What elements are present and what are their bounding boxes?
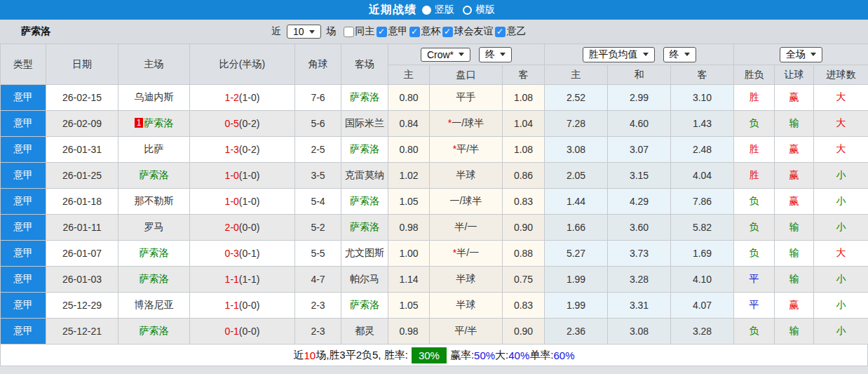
checkbox-icon[interactable] [409, 27, 420, 37]
away-odds-cell: 0.75 [503, 267, 545, 293]
red-card-badge: 1 [135, 118, 144, 128]
league-filter-option[interactable]: 意乙 [495, 25, 527, 38]
home-odds-cell: 0.98 [388, 319, 430, 345]
away-team-name[interactable]: 国际米兰 [345, 117, 384, 128]
corner-cell: 2-3 [295, 293, 341, 319]
layout-radio-option[interactable]: 竖版 [422, 4, 454, 16]
home-team-name[interactable]: 罗马 [144, 221, 164, 232]
covers-value: 输 [789, 247, 799, 258]
league-cell: 意甲 [1, 85, 46, 111]
near-label: 近 [271, 25, 281, 38]
home-team-name[interactable]: 萨索洛 [140, 325, 169, 336]
scope-select[interactable]: 全场 [780, 47, 822, 62]
date-cell: 25-12-21 [46, 319, 118, 345]
league-filter-option[interactable]: 意甲 [377, 25, 408, 38]
league-filter-option[interactable]: 同主 [344, 25, 375, 38]
handicap-value: 半球 [456, 273, 476, 284]
away-team-name[interactable]: 克雷莫纳 [345, 169, 384, 180]
layout-radio-option[interactable]: 横版 [463, 4, 495, 16]
league-cell: 意甲 [1, 267, 46, 293]
bookmaker-select[interactable]: Crow* [421, 48, 470, 62]
covers-value: 赢 [789, 169, 799, 180]
goals-cell: 小 [814, 267, 868, 293]
goals-value: 小 [836, 195, 846, 206]
away-team-name[interactable]: 萨索洛 [350, 299, 379, 310]
checkbox-icon[interactable] [442, 27, 453, 37]
goals-value: 小 [836, 299, 846, 310]
away-team-cell: 萨索洛 [341, 189, 388, 215]
result-value: 胜 [750, 91, 759, 102]
halftime-score: (1-0) [239, 170, 260, 181]
summary-segment: 60% [553, 349, 574, 361]
chevron-down-icon [309, 30, 315, 34]
away-team-name[interactable]: 尤文图斯 [345, 247, 384, 258]
avg-lose-cell: 4.07 [671, 293, 734, 319]
home-team-name[interactable]: 萨索洛 [140, 247, 169, 258]
away-team-cell: 帕尔马 [341, 267, 388, 293]
checkbox-icon[interactable] [495, 27, 506, 37]
corner-cell: 7-6 [295, 85, 341, 111]
away-team-name[interactable]: 帕尔马 [350, 273, 379, 284]
home-team-name[interactable]: 博洛尼亚 [135, 299, 174, 310]
goals-value: 大 [836, 143, 846, 154]
result-cell: 胜 [734, 137, 775, 163]
away-odds-cell: 1.08 [503, 85, 545, 111]
home-team-name[interactable]: 比萨 [144, 143, 164, 154]
away-team-name[interactable]: 萨索洛 [350, 195, 379, 206]
date-cell: 26-01-25 [46, 163, 118, 189]
odds-time-select[interactable]: 终 [663, 47, 696, 62]
covers-value: 输 [789, 273, 799, 284]
match-count-value: 10 [293, 26, 304, 37]
away-team-name[interactable]: 萨索洛 [350, 221, 379, 232]
goals-cell: 小 [814, 189, 868, 215]
home-team-cell: 乌迪内斯 [118, 85, 190, 111]
radio-icon[interactable] [422, 6, 431, 15]
date-cell: 26-01-03 [46, 267, 118, 293]
league-filter-option[interactable]: 意杯 [409, 25, 441, 38]
result-value: 平 [750, 299, 759, 310]
home-team-name[interactable]: 乌迪内斯 [135, 91, 174, 102]
away-odds-cell: 1.08 [503, 137, 545, 163]
match-count-select[interactable]: 10 [287, 25, 321, 39]
match-row: 意甲 26-01-25 萨索洛 1-0(1-0) 3-5 克雷莫纳 1.02 半… [1, 163, 868, 189]
covers-cell: 输 [775, 215, 814, 241]
scope-group-header: 全场 [734, 44, 868, 65]
match-row: 意甲 26-01-11 罗马 2-0(0-0) 5-2 萨索洛 0.98 半/一… [1, 215, 868, 241]
fulltime-score: 1-1 [225, 274, 239, 285]
avg-lose-cell: 5.82 [671, 215, 734, 241]
home-team-cell: 1萨索洛 [118, 111, 190, 137]
home-team-name[interactable]: 萨索洛 [144, 117, 173, 128]
col-header-corner: 角球 [295, 44, 341, 85]
avg-win-cell: 2.05 [545, 163, 608, 189]
bookmaker-time-select[interactable]: 终 [479, 47, 512, 62]
date-cell: 26-01-18 [46, 189, 118, 215]
league-cell: 意甲 [1, 215, 46, 241]
handicap-value: 平/半 [456, 143, 479, 154]
checkbox-icon[interactable] [377, 27, 387, 37]
sub-header-covers: 让球 [775, 65, 814, 85]
corner-cell: 2-3 [295, 319, 341, 345]
home-odds-cell: 1.14 [388, 267, 430, 293]
home-team-name[interactable]: 萨索洛 [140, 273, 169, 284]
avg-lose-cell: 3.28 [671, 319, 734, 345]
home-team-name[interactable]: 萨索洛 [140, 169, 169, 180]
avg-lose-cell: 3.10 [671, 85, 734, 111]
handicap-group-header: Crow* 终 [388, 44, 545, 65]
radio-icon[interactable] [463, 6, 472, 15]
league-filter-option[interactable]: 球会友谊 [442, 25, 494, 38]
away-team-name[interactable]: 都灵 [355, 325, 374, 336]
summary-segment: 40% [508, 349, 529, 361]
goals-value: 小 [836, 221, 846, 232]
home-team-name[interactable]: 那不勒斯 [135, 195, 174, 206]
score-cell: 1-0(1-0) [190, 189, 295, 215]
covers-cell: 赢 [775, 85, 814, 111]
odds-type-select[interactable]: 胜平负均值 [583, 47, 655, 62]
away-team-name[interactable]: 萨索洛 [350, 143, 379, 154]
sub-header-result: 胜负 [734, 65, 775, 85]
checkbox-icon[interactable] [344, 27, 354, 37]
match-row: 意甲 26-01-31 比萨 1-3(0-2) 2-5 萨索洛 0.80 *平/… [1, 137, 868, 163]
away-team-name[interactable]: 萨索洛 [350, 91, 379, 102]
goals-cell: 大 [814, 137, 868, 163]
score-cell: 1-1(0-0) [190, 293, 295, 319]
score-cell: 1-1(1-1) [190, 267, 295, 293]
